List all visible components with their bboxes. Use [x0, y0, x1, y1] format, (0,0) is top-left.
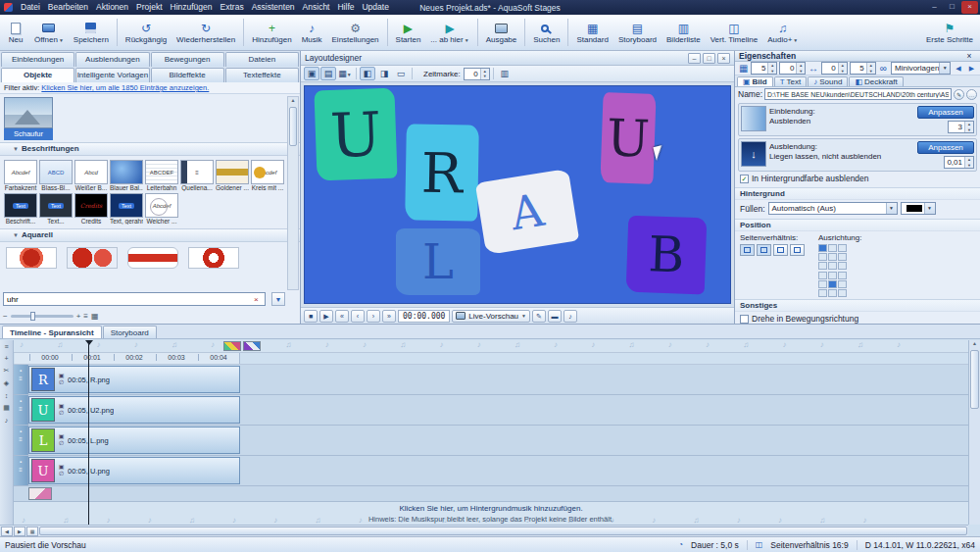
- skip-end-button[interactable]: »: [382, 310, 396, 323]
- spinner-arrows[interactable]: ▲▼: [838, 63, 847, 74]
- list-view-icon[interactable]: ≡: [83, 312, 88, 321]
- track-header[interactable]: ▪≡: [14, 426, 28, 455]
- step-forward-button[interactable]: ›: [367, 310, 380, 323]
- anchor-cell[interactable]: [818, 280, 827, 288]
- close-button[interactable]: ×: [961, 1, 978, 14]
- preview-canvas[interactable]: U R A U L B: [304, 85, 731, 304]
- grid-view-icon[interactable]: ▦: [91, 312, 99, 321]
- playhead[interactable]: [88, 340, 89, 525]
- scrollbar-thumb[interactable]: [970, 350, 979, 409]
- library-item[interactable]: AbcdWeißer B...: [74, 160, 108, 191]
- tab-ausblendungen[interactable]: Ausblendungen: [75, 52, 149, 67]
- tab-sound[interactable]: ♪Sound: [808, 76, 848, 86]
- spinner-arrows[interactable]: ▲▼: [866, 63, 875, 74]
- select-tool-button[interactable]: ▣: [304, 67, 319, 80]
- anchor-cell[interactable]: [818, 289, 827, 297]
- tab-bewegungen[interactable]: Bewegungen: [151, 52, 224, 67]
- layout-grid-icon[interactable]: ▦: [738, 63, 749, 74]
- zoom-out-icon[interactable]: −: [3, 312, 8, 321]
- output-button[interactable]: Ausgabe: [481, 16, 522, 49]
- music-icon[interactable]: ♪: [5, 417, 9, 424]
- alignment-cell[interactable]: [838, 244, 847, 252]
- panel-close-button[interactable]: ×: [717, 53, 730, 64]
- library-item[interactable]: Goldener ...: [216, 160, 249, 191]
- edit-pencil-button[interactable]: ✎: [532, 310, 546, 323]
- minimize-button[interactable]: –: [926, 1, 943, 14]
- timeline-main[interactable]: ♪ ♫ ♪ ♪ ♫ ♪ ♪ ♫ ♪ ♪ ♫ ♪ ♪ ♫ ♪ ♪ ♫ ♪ ♪ ♫ …: [14, 340, 968, 525]
- aspect-button[interactable]: [757, 244, 771, 256]
- cut-icon[interactable]: ✂: [4, 367, 10, 375]
- snap-left-button[interactable]: ◧: [360, 67, 375, 80]
- aquarell-item[interactable]: [6, 247, 57, 269]
- section-aquarell[interactable]: ▼Aquarell: [0, 228, 300, 242]
- menu-hilfe[interactable]: Hilfe: [333, 0, 358, 15]
- scrollbar-thumb[interactable]: [39, 527, 967, 535]
- panel-maximize-button[interactable]: □: [703, 53, 715, 64]
- tab-bild[interactable]: ▣Bild: [737, 76, 773, 86]
- library-item[interactable]: ABCDEFLeiterbahn: [145, 160, 178, 191]
- maximize-button[interactable]: □: [944, 1, 960, 14]
- library-item[interactable]: TextText...: [39, 193, 73, 225]
- library-item[interactable]: TextText, gerahmt: [110, 193, 143, 225]
- filter-funnel-icon[interactable]: ▼: [271, 292, 285, 306]
- edit-pencil-icon[interactable]: ✎: [954, 89, 964, 100]
- pan-tool-button[interactable]: ▤: [320, 67, 336, 80]
- audio-plus-button[interactable]: ♫Audio+▼: [762, 16, 803, 49]
- tab-einblendungen[interactable]: Einblendungen: [1, 52, 74, 67]
- new-button[interactable]: Neu: [2, 16, 29, 49]
- view-vertical-timeline-button[interactable]: ◫Vert. Timeline: [706, 16, 762, 49]
- search-button[interactable]: Suchen: [528, 16, 564, 49]
- snap-right-button[interactable]: ◨: [376, 67, 392, 80]
- link-icon[interactable]: ∞: [878, 63, 889, 74]
- first-steps-button[interactable]: ⚑Erste Schritte: [921, 16, 978, 49]
- letter-patch[interactable]: R: [405, 124, 479, 221]
- anchor-cell[interactable]: [828, 289, 837, 297]
- spinner-arrows[interactable]: ▲▼: [796, 63, 805, 74]
- einblendung-duration-spinner[interactable]: 3▲▼: [948, 121, 974, 133]
- more-options-icon[interactable]: …: [966, 89, 977, 100]
- library-item[interactable]: ABCDBlass-Bl...: [39, 160, 73, 191]
- alignment-cell[interactable]: [828, 244, 837, 252]
- grid-toggle-button[interactable]: ▦▼: [337, 67, 353, 80]
- library-item[interactable]: CreditsCredits: [74, 193, 108, 225]
- size-h-spinner[interactable]: 5▲▼: [850, 62, 876, 75]
- tab-intelligente-vorlagen[interactable]: Intelligente Vorlagen: [75, 68, 149, 82]
- anpassen-button[interactable]: Anpassen: [917, 141, 974, 154]
- library-item[interactable]: Blauer Bal...: [110, 160, 143, 191]
- menu-datei[interactable]: Datei: [17, 0, 44, 15]
- menu-assistenten[interactable]: Assistenten: [248, 0, 299, 15]
- library-item[interactable]: TextBeschrift...: [4, 193, 37, 225]
- library-item[interactable]: AbcdefWeicher ...: [145, 193, 178, 225]
- filter-reset-link[interactable]: Klicken Sie hier, um alle 1850 Einträge …: [41, 83, 209, 92]
- ausblendung-duration-spinner[interactable]: 0,01▲▼: [944, 156, 974, 169]
- alignment-cell[interactable]: [818, 262, 827, 270]
- scrollbar-thumb[interactable]: [289, 107, 297, 146]
- menu-ansicht[interactable]: Ansicht: [299, 0, 334, 15]
- aquarell-item[interactable]: [188, 247, 239, 269]
- stop-button[interactable]: ■: [304, 310, 318, 323]
- step-back-button[interactable]: ‹: [351, 310, 365, 323]
- letter-patch[interactable]: U: [314, 88, 397, 181]
- save-button[interactable]: Speichern: [69, 16, 114, 49]
- spinner-arrows[interactable]: ▲▼: [964, 157, 973, 168]
- snapshot-button[interactable]: ▥: [497, 67, 513, 80]
- search-input[interactable]: [3, 292, 266, 306]
- timeline-vscrollbar[interactable]: ▲: [968, 340, 980, 525]
- letter-patch[interactable]: A: [475, 169, 579, 255]
- fade-in-icon[interactable]: [741, 106, 766, 131]
- music-track[interactable]: Klicken Sie hier, um Hintergrundmusik hi…: [14, 502, 968, 525]
- anchor-cell[interactable]: [828, 280, 837, 288]
- library-scrollbar[interactable]: ▲: [287, 96, 299, 290]
- alignment-cell[interactable]: [838, 262, 847, 270]
- clip-thumbnail[interactable]: [28, 487, 52, 500]
- track-header[interactable]: ▪≡: [14, 365, 28, 394]
- checkbox-checked[interactable]: ✓: [740, 175, 749, 183]
- timeline-clip[interactable]: U ▣∅ 00:05, U.png: [28, 457, 240, 484]
- name-input[interactable]: [764, 88, 952, 100]
- minivorlagen-dropdown[interactable]: Minivorlagen▼: [891, 62, 951, 75]
- scroll-right-button[interactable]: ▶: [14, 527, 25, 536]
- track-header[interactable]: ▪≡: [14, 395, 28, 425]
- next-arrow-icon[interactable]: ▶: [966, 65, 977, 73]
- tab-text[interactable]: TText: [774, 76, 808, 86]
- frame-button[interactable]: ▭: [393, 67, 409, 80]
